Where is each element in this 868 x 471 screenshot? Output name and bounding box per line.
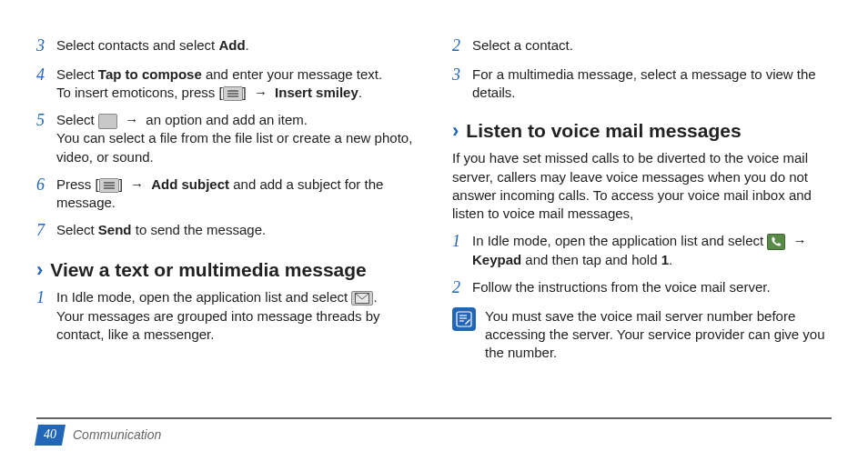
heading-text: Listen to voice mail messages <box>466 118 741 144</box>
step-body: For a multimedia message, select a messa… <box>472 65 832 103</box>
step: 2Follow the instructions from the voice … <box>452 278 832 298</box>
step-number: 5 <box>36 111 56 166</box>
step: 6Press [] → Add subject and add a subjec… <box>36 175 416 213</box>
left-column: 3Select contacts and select Add.4Select … <box>36 36 416 471</box>
step: 3Select contacts and select Add. <box>36 36 416 56</box>
section-name: Communication <box>73 426 161 444</box>
step: 4Select Tap to compose and enter your me… <box>36 65 416 103</box>
step: 7Select Send to send the message. <box>36 221 416 241</box>
step: 1In Idle mode, open the application list… <box>452 232 832 269</box>
step-body: Follow the instructions from the voice m… <box>472 278 832 298</box>
page: 3Select contacts and select Add.4Select … <box>0 0 868 471</box>
page-footer: 40 Communication <box>36 410 832 446</box>
step-body: Select → an option and add an item.You c… <box>56 111 416 166</box>
menu-icon <box>99 178 119 193</box>
step-number: 1 <box>452 232 472 269</box>
step: 1In Idle mode, open the application list… <box>36 288 416 344</box>
step-body: Press [] → Add subject and add a subject… <box>56 175 416 213</box>
page-number: 40 <box>35 425 66 446</box>
step-body: Select Send to send the message. <box>56 221 416 241</box>
step-number: 2 <box>452 36 472 56</box>
step-body: Select a contact. <box>472 36 832 56</box>
attach-icon <box>98 114 117 129</box>
heading-view-message: › View a text or multimedia message <box>36 257 416 283</box>
envelope-icon <box>351 291 373 306</box>
right-column: 2Select a contact.3For a multimedia mess… <box>452 36 832 471</box>
svg-rect-7 <box>457 312 471 326</box>
chevron-icon: › <box>452 121 459 141</box>
chevron-icon: › <box>36 260 43 280</box>
step-number: 6 <box>36 175 56 213</box>
step-number: 3 <box>36 36 56 56</box>
step-body: In Idle mode, open the application list … <box>472 232 832 269</box>
note-icon <box>452 307 476 331</box>
note-text: You must save the voice mail server numb… <box>485 307 832 363</box>
step-body: Select Tap to compose and enter your mes… <box>56 65 416 103</box>
step: 5Select → an option and add an item.You … <box>36 111 416 166</box>
heading-text: View a text or multimedia message <box>50 257 366 283</box>
step-number: 4 <box>36 65 56 103</box>
intro-text: If you have set missed calls to be diver… <box>452 149 832 223</box>
menu-icon <box>223 86 243 101</box>
step-body: In Idle mode, open the application list … <box>56 288 416 344</box>
step-number: 3 <box>452 65 472 103</box>
note-block: You must save the voice mail server numb… <box>452 307 832 363</box>
phone-icon <box>767 234 785 250</box>
step: 3For a multimedia message, select a mess… <box>452 65 832 103</box>
step-number: 7 <box>36 221 56 241</box>
step: 2Select a contact. <box>452 36 832 56</box>
step-body: Select contacts and select Add. <box>56 36 416 56</box>
step-number: 2 <box>452 278 472 298</box>
heading-voice-mail: › Listen to voice mail messages <box>452 118 832 144</box>
step-number: 1 <box>36 288 56 344</box>
